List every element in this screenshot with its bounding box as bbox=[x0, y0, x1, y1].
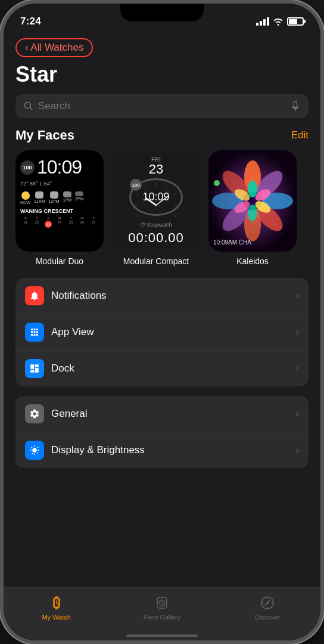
volume-up-button[interactable] bbox=[0, 111, 1, 147]
my-faces-title: My Faces bbox=[15, 128, 74, 143]
notifications-icon bbox=[25, 286, 44, 305]
face-item-kaleidoscope[interactable]: 10:09AM CHA Kaleidos bbox=[208, 150, 297, 266]
kaleidoscope-art: 10:09AM CHA bbox=[208, 150, 297, 252]
signal-icon bbox=[256, 17, 269, 26]
face-mc-watch-circle: 100 bbox=[129, 178, 183, 216]
face-mc-date: 23 bbox=[149, 163, 163, 176]
status-icons bbox=[256, 17, 304, 26]
tab-bar: My Watch Face Gallery bbox=[4, 587, 320, 634]
sun-icon bbox=[29, 445, 40, 456]
page-title: Star bbox=[4, 60, 320, 94]
notifications-chevron-icon: › bbox=[296, 290, 299, 301]
svg-point-27 bbox=[248, 205, 257, 221]
general-icon bbox=[25, 404, 44, 423]
silent-switch[interactable] bbox=[0, 218, 1, 266]
top-nav: ‹ All Watches bbox=[4, 33, 320, 60]
my-watch-icon bbox=[48, 595, 65, 611]
svg-point-24 bbox=[248, 181, 257, 197]
svg-rect-36 bbox=[55, 608, 58, 609]
settings-group-2: General › Display & Brightness › bbox=[15, 396, 309, 468]
app-view-chevron-icon: › bbox=[296, 327, 299, 338]
battery-icon bbox=[287, 17, 304, 26]
svg-line-10 bbox=[136, 194, 138, 195]
svg-line-11 bbox=[145, 185, 146, 187]
face-gallery-icon bbox=[154, 595, 170, 611]
phone-frame: 7:24 bbox=[0, 0, 324, 644]
my-faces-header: My Faces Edit bbox=[4, 128, 320, 150]
dock-icon bbox=[25, 359, 44, 378]
settings-row-general[interactable]: General › bbox=[15, 396, 309, 432]
dock-label: Dock bbox=[51, 363, 289, 374]
watch-face-icon bbox=[154, 595, 170, 611]
face-label-modular-duo: Modular Duo bbox=[36, 256, 83, 266]
svg-line-8 bbox=[136, 215, 138, 216]
svg-point-45 bbox=[267, 602, 269, 604]
display-brightness-label: Display & Brightness bbox=[51, 444, 289, 456]
face-mc-stopwatch-time: 00:00.00 bbox=[128, 230, 184, 246]
dock-grid-icon bbox=[29, 363, 40, 374]
scroll-area[interactable]: ‹ All Watches Star bbox=[4, 33, 320, 587]
face-label-modular-compact: Modular Compact bbox=[123, 256, 189, 266]
face-calendar: F S S M T W T 21 22 23 24 bbox=[20, 216, 99, 228]
settings-row-dock[interactable]: Dock › bbox=[15, 351, 309, 386]
face-preview-kaleidoscope[interactable]: 10:09AM CHA bbox=[208, 150, 297, 252]
search-bar[interactable] bbox=[15, 94, 309, 118]
discover-icon bbox=[259, 595, 276, 611]
svg-line-5 bbox=[166, 222, 167, 224]
svg-line-12 bbox=[146, 199, 156, 205]
display-brightness-icon bbox=[25, 441, 44, 460]
face-item-modular-compact[interactable]: FRI 23 100 bbox=[112, 150, 200, 266]
screen-content: 7:24 bbox=[4, 4, 320, 640]
app-view-label: App View bbox=[51, 326, 289, 338]
edit-button[interactable]: Edit bbox=[291, 129, 309, 141]
wifi-icon bbox=[273, 17, 284, 26]
my-watch-tab-label: My Watch bbox=[42, 614, 71, 621]
gear-icon bbox=[29, 408, 40, 419]
home-indicator-area bbox=[4, 634, 320, 640]
face-time-display: 10:09 bbox=[37, 156, 82, 178]
search-input[interactable] bbox=[38, 100, 286, 112]
microphone-icon[interactable] bbox=[291, 100, 300, 112]
svg-point-30 bbox=[249, 197, 256, 205]
face-gallery-tab-label: Face Gallery bbox=[144, 614, 180, 621]
settings-row-display-brightness[interactable]: Display & Brightness › bbox=[15, 432, 309, 468]
bell-icon bbox=[29, 290, 40, 301]
dock-chevron-icon: › bbox=[296, 363, 299, 374]
volume-down-button[interactable] bbox=[0, 159, 1, 206]
face-weather-info: 72° 88° L:64° bbox=[20, 181, 99, 187]
face-preview-modular-duo[interactable]: 100 10:09 72° 88° L:64° NOW bbox=[15, 150, 104, 252]
face-moon-label: WANING CRESCENT bbox=[20, 208, 99, 214]
face-badge-100: 100 bbox=[20, 160, 35, 175]
svg-line-1 bbox=[166, 185, 167, 187]
face-preview-modular-compact[interactable]: FRI 23 100 bbox=[112, 150, 200, 252]
app-view-icon bbox=[25, 323, 44, 342]
face-item-modular-duo[interactable]: 100 10:09 72° 88° L:64° NOW bbox=[15, 150, 104, 266]
svg-line-7 bbox=[145, 222, 146, 224]
settings-group-1: Notifications › App View › bbox=[15, 278, 309, 386]
notch bbox=[120, 4, 204, 21]
faces-carousel[interactable]: 100 10:09 72° 88° L:64° NOW bbox=[4, 150, 320, 278]
all-watches-button[interactable]: ‹ All Watches bbox=[15, 38, 93, 57]
svg-line-4 bbox=[173, 215, 175, 216]
clock-ticks bbox=[131, 180, 181, 230]
watch-icon bbox=[48, 595, 65, 611]
compass-icon bbox=[260, 595, 275, 611]
discover-tab-label: Discover bbox=[255, 614, 281, 621]
tab-face-gallery[interactable]: Face Gallery bbox=[109, 592, 214, 623]
svg-point-31 bbox=[214, 180, 220, 186]
grid-icon bbox=[29, 327, 40, 338]
svg-rect-35 bbox=[55, 596, 58, 598]
svg-line-13 bbox=[156, 196, 169, 205]
tab-discover[interactable]: Discover bbox=[215, 592, 320, 623]
svg-line-42 bbox=[162, 603, 163, 604]
settings-row-notifications[interactable]: Notifications › bbox=[15, 278, 309, 314]
search-icon bbox=[24, 101, 33, 111]
back-chevron-icon: ‹ bbox=[25, 42, 28, 53]
tab-my-watch[interactable]: My Watch bbox=[4, 592, 109, 623]
status-time: 7:24 bbox=[20, 16, 41, 27]
general-label: General bbox=[51, 408, 289, 420]
notifications-label: Notifications bbox=[51, 290, 289, 302]
display-brightness-chevron-icon: › bbox=[296, 445, 299, 456]
settings-row-app-view[interactable]: App View › bbox=[15, 314, 309, 351]
all-watches-label: All Watches bbox=[30, 42, 83, 54]
